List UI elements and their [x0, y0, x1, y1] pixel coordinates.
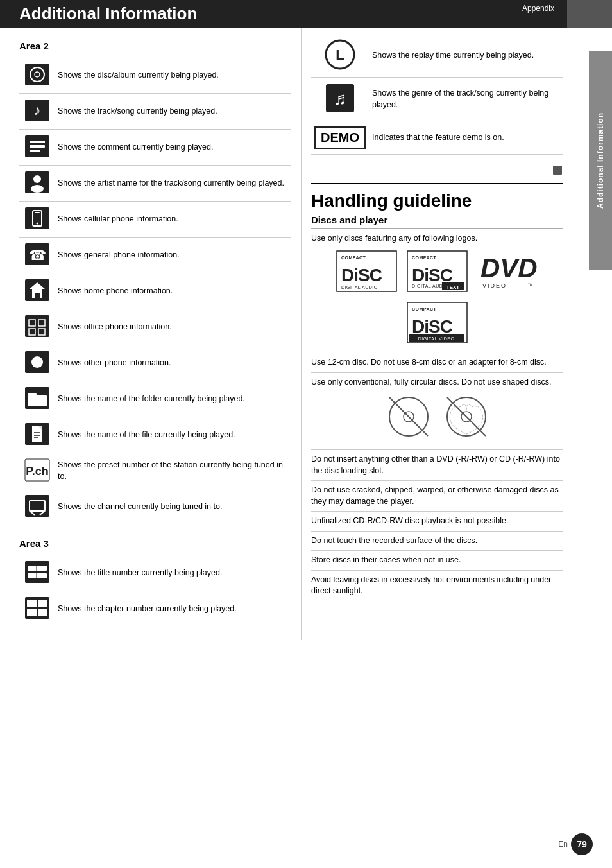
page-indicator [311, 164, 563, 178]
svg-point-27 [31, 356, 43, 368]
L-circle-icon: L [325, 39, 355, 70]
guideline-item: Store discs in their cases when not in u… [311, 551, 563, 571]
guideline-item: Unfinalized CD-R/CD-RW disc playback is … [311, 512, 563, 532]
svg-rect-52 [38, 609, 47, 616]
home-phone-icon [24, 279, 50, 302]
svg-text:P.ch: P.ch [26, 465, 49, 478]
desc-cell: Shows the disc/album currently being pla… [55, 58, 291, 94]
table-row: Shows the title number currently being p… [19, 555, 291, 591]
handling-title: Handling guideline [311, 191, 563, 211]
svg-rect-50 [38, 600, 47, 607]
icon-cell: P.ch [19, 453, 55, 489]
svg-text:L: L [336, 47, 344, 63]
cd-digital-audio-logo: COMPACT DiSC DIGITAL AUDIO [336, 250, 397, 292]
table-row: ♪ Shows the track/song currently being p… [19, 94, 291, 130]
logo-item-dvd: DVD VIDEO ™ [477, 250, 538, 292]
svg-text:DiSC: DiSC [412, 265, 453, 285]
svg-text:DiSC: DiSC [341, 265, 382, 285]
side-label: Additional Information [589, 51, 612, 270]
icon-cell: ♬ [311, 78, 369, 121]
svg-rect-49 [27, 600, 37, 607]
table-row: P.ch Shows the preset number of the stat… [19, 453, 291, 489]
office-phone-icon [24, 315, 50, 338]
desc-cell: Shows other phone information. [55, 345, 291, 381]
icon-cell [19, 166, 55, 202]
table-row: Shows home phone information. [19, 273, 291, 309]
guideline-item: Use 12-cm disc. Do not use 8-cm disc or … [311, 353, 563, 373]
desc-cell: Shows the replay time currently being pl… [369, 34, 563, 78]
table-row: Shows cellular phone information. [19, 202, 291, 238]
svg-text:DiSC: DiSC [412, 317, 453, 336]
shaped-disc-2 [444, 394, 489, 439]
svg-text:COMPACT: COMPACT [412, 256, 437, 260]
icon-cell [19, 130, 55, 166]
svg-rect-57 [553, 166, 562, 175]
disc-images [311, 388, 563, 446]
table-row: Shows the name of the folder currently b… [19, 381, 291, 417]
table-row: Shows the artist name for the track/song… [19, 166, 291, 202]
left-column: Area 2 Shows the disc/album currently be… [0, 28, 302, 640]
channel-icon [24, 494, 50, 517]
demo-box: DEMO [314, 126, 366, 149]
svg-rect-8 [30, 150, 40, 152]
table-row: L Shows the replay time currently being … [311, 34, 563, 78]
guidelines-list: Use 12-cm disc. Do not use 8-cm disc or … [311, 353, 563, 601]
en-label: En [558, 840, 568, 849]
icon-cell [19, 202, 55, 238]
desc-cell: Shows the title number currently being p… [55, 555, 291, 591]
desc-cell: Shows office phone information. [55, 309, 291, 345]
shaped-disc-1 [386, 394, 431, 439]
pch-icon: P.ch [24, 458, 50, 482]
desc-cell: Shows the track/song currently being pla… [55, 94, 291, 130]
right-top-table: L Shows the replay time currently being … [311, 34, 563, 155]
icon-cell: ♪ [19, 94, 55, 130]
svg-rect-46 [28, 573, 47, 578]
svg-text:™: ™ [527, 282, 533, 289]
svg-rect-44 [25, 561, 49, 583]
table-row: Shows office phone information. [19, 309, 291, 345]
artist-icon [24, 171, 50, 194]
file-icon [24, 422, 50, 446]
icon-cell [19, 591, 55, 627]
chapter-num-icon [24, 596, 50, 620]
table-row: Shows the disc/album currently being pla… [19, 58, 291, 94]
logo-item-cd-video: COMPACT DiSC DIGITAL VIDEO [407, 302, 468, 343]
svg-rect-40 [25, 495, 49, 517]
svg-text:☎: ☎ [28, 247, 46, 263]
svg-rect-6 [30, 141, 45, 143]
svg-text:DVD: DVD [480, 253, 538, 283]
guideline-item: Do not insert anything other than a DVD … [311, 450, 563, 481]
disc-icon [24, 63, 50, 86]
logo-grid: COMPACT DiSC DIGITAL AUDIO COMPACT DiSC … [311, 250, 563, 343]
desc-cell: Shows the comment currently being played… [55, 130, 291, 166]
comment-icon [24, 135, 50, 158]
bottom-bar: En 79 [558, 833, 593, 855]
desc-cell: Shows general phone information. [55, 238, 291, 273]
desc-cell: Shows the name of the file currently bei… [55, 417, 291, 453]
handling-subtitle: Discs and player [311, 214, 563, 229]
icon-cell: DEMO [311, 121, 369, 155]
table-row: Shows the comment currently being played… [19, 130, 291, 166]
svg-rect-51 [27, 609, 37, 616]
note-icon: ♪ [24, 99, 50, 122]
svg-text:VIDEO: VIDEO [482, 282, 507, 289]
handling-section: Handling guideline Discs and player Use … [311, 183, 563, 601]
desc-cell: Shows cellular phone information. [55, 202, 291, 238]
desc-cell: Shows the name of the folder currently b… [55, 381, 291, 417]
area2-icon-table: Shows the disc/album currently being pla… [19, 58, 291, 525]
svg-rect-29 [28, 395, 47, 406]
icon-cell: ☎ [19, 238, 55, 273]
page-title: Additional Information [19, 4, 197, 24]
main-content: Area 2 Shows the disc/album currently be… [0, 28, 612, 640]
icon-cell [19, 345, 55, 381]
desc-cell: Shows the channel currently being tuned … [55, 489, 291, 525]
handling-intro: Use only discs featuring any of followin… [311, 234, 563, 243]
icon-cell [19, 58, 55, 94]
desc-cell: Indicates that the feature demo is on. [369, 121, 563, 155]
svg-text:COMPACT: COMPACT [412, 307, 437, 311]
cd-digital-audio-text-logo: COMPACT DiSC DIGITAL AUDIO TEXT [407, 250, 468, 292]
svg-rect-14 [35, 212, 40, 213]
page-indicator-icon [552, 164, 563, 176]
svg-rect-20 [35, 293, 40, 298]
guideline-item: Avoid leaving discs in excessively hot e… [311, 571, 563, 601]
